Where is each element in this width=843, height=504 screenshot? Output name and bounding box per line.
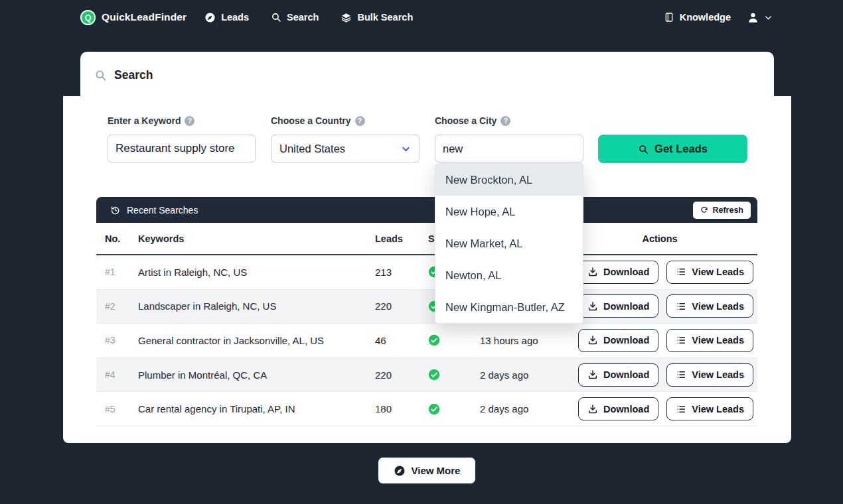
top-navbar: Q QuickLeadFinder Leads Search Bulk Se: [0, 0, 843, 34]
user-menu[interactable]: [747, 11, 773, 24]
download-button[interactable]: Download: [578, 397, 658, 420]
row-keywords: Car rental agency in Tirupati, AP, IN: [138, 403, 375, 414]
table-row: #4 Plumber in Montréal, QC, CA 220 2 day…: [96, 358, 757, 393]
history-icon: [110, 205, 120, 215]
help-icon[interactable]: [355, 116, 365, 126]
row-keywords: General contractor in Jacksonville, AL, …: [138, 335, 375, 346]
list-icon: [676, 335, 686, 346]
brand[interactable]: Q QuickLeadFinder: [80, 10, 187, 25]
city-suggestion[interactable]: New Brockton, AL: [435, 164, 583, 196]
keyword-input[interactable]: [108, 135, 256, 162]
primary-nav: Leads Search Bulk Search: [204, 12, 413, 23]
get-leads-button[interactable]: Get Leads: [598, 135, 747, 163]
nav-item-leads[interactable]: Leads: [204, 12, 249, 23]
download-icon: [587, 301, 598, 312]
recent-searches-table: No. Keywords Leads Status Actions #1 Art…: [96, 223, 757, 426]
row-number: #1: [105, 267, 138, 277]
download-icon: [587, 404, 598, 414]
row-created-time: 2 days ago: [480, 369, 566, 381]
search-icon: [94, 69, 107, 82]
brand-logo-icon: Q: [80, 10, 96, 25]
success-check-icon: [428, 369, 440, 381]
search-icon: [271, 12, 281, 23]
chevron-down-icon: [764, 13, 773, 22]
view-leads-button[interactable]: View Leads: [666, 363, 753, 387]
city-suggestions-dropdown: New Brockton, AL New Hope, AL New Market…: [435, 163, 583, 324]
view-leads-button[interactable]: View Leads: [666, 261, 753, 284]
list-icon: [676, 267, 686, 277]
col-header-keywords: Keywords: [138, 233, 375, 244]
download-button[interactable]: Download: [578, 294, 658, 318]
success-check-icon: [428, 334, 440, 346]
brand-name: QuickLeadFinder: [102, 11, 187, 23]
row-keywords: Plumber in Montréal, QC, CA: [138, 369, 375, 381]
row-leads-count: 46: [375, 335, 428, 346]
city-input[interactable]: [435, 135, 583, 162]
table-row: #3 General contractor in Jacksonville, A…: [96, 324, 757, 358]
table-row: #5 Car rental agency in Tirupati, AP, IN…: [96, 392, 757, 426]
search-panel-title: Search: [94, 68, 153, 82]
list-icon: [676, 369, 686, 380]
table-header-row: No. Keywords Leads Status Actions: [96, 223, 757, 255]
row-leads-count: 213: [375, 267, 428, 278]
nav-item-search[interactable]: Search: [271, 12, 319, 23]
download-icon: [587, 335, 598, 346]
view-more-button[interactable]: View More: [378, 457, 476, 484]
row-created-time: 2 days ago: [480, 403, 566, 414]
search-icon: [638, 144, 649, 155]
row-number: #5: [105, 404, 138, 414]
row-keywords: Artist in Raleigh, NC, US: [138, 267, 375, 278]
city-suggestion[interactable]: Newton, AL: [435, 259, 583, 291]
refresh-icon: [700, 206, 708, 214]
bulk-search-layers-icon: [341, 12, 352, 23]
list-icon: [676, 404, 686, 414]
country-label: Choose a Country: [271, 115, 365, 126]
row-number: #3: [105, 335, 138, 346]
city-suggestion[interactable]: New Market, AL: [435, 227, 583, 259]
country-select[interactable]: United States: [271, 135, 420, 162]
nav-item-knowledge[interactable]: Knowledge: [664, 12, 731, 23]
city-label: Choose a City: [435, 115, 510, 126]
user-icon: [747, 11, 759, 24]
help-icon[interactable]: [500, 116, 510, 126]
download-button[interactable]: Download: [578, 363, 658, 387]
download-button[interactable]: Download: [578, 261, 658, 284]
table-row: #1 Artist in Raleigh, NC, US 213 Downloa…: [96, 255, 757, 290]
refresh-button[interactable]: Refresh: [693, 202, 751, 219]
knowledge-book-icon: [664, 12, 674, 23]
chevron-down-icon: [401, 144, 411, 154]
country-selected-value: United States: [279, 143, 345, 155]
view-leads-button[interactable]: View Leads: [666, 397, 753, 420]
recent-searches-header: Recent Searches Refresh: [96, 197, 757, 223]
row-number: #4: [105, 369, 138, 380]
city-suggestion[interactable]: New Hope, AL: [435, 196, 583, 227]
leads-compass-icon: [204, 12, 216, 23]
success-check-icon: [428, 403, 440, 415]
view-more-compass-icon: [394, 465, 406, 477]
row-created-time: 13 hours ago: [480, 335, 566, 346]
nav-item-label: Search: [287, 12, 319, 23]
view-leads-button[interactable]: View Leads: [666, 329, 753, 352]
nav-item-bulk-search[interactable]: Bulk Search: [341, 12, 413, 23]
nav-right: Knowledge: [664, 11, 773, 24]
download-icon: [587, 267, 598, 277]
nav-item-label: Leads: [221, 12, 249, 23]
city-suggestion[interactable]: New Kingman-Butler, AZ: [435, 291, 583, 323]
nav-item-label: Bulk Search: [357, 12, 413, 23]
row-number: #2: [105, 301, 138, 312]
col-header-actions: Actions: [566, 233, 757, 244]
row-leads-count: 220: [375, 300, 428, 312]
nav-item-label: Knowledge: [680, 12, 731, 23]
table-row: #2 Landscaper in Raleigh, NC, US 220 Dow…: [96, 290, 757, 324]
download-button[interactable]: Download: [578, 329, 658, 352]
page-title: Search: [114, 68, 153, 82]
help-icon[interactable]: [185, 116, 194, 126]
col-header-no: No.: [105, 233, 138, 244]
recent-searches-title: Recent Searches: [127, 205, 198, 216]
col-header-leads: Leads: [375, 233, 428, 244]
download-icon: [587, 369, 598, 380]
row-keywords: Landscaper in Raleigh, NC, US: [138, 300, 375, 312]
view-leads-button[interactable]: View Leads: [666, 294, 753, 318]
keyword-label: Enter a Keyword: [108, 115, 194, 126]
row-leads-count: 220: [375, 369, 428, 381]
